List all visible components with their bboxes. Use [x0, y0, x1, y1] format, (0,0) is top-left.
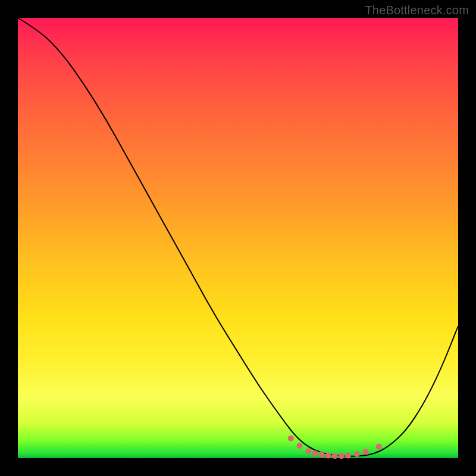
- data-point: [363, 449, 369, 455]
- data-point: [376, 444, 382, 450]
- bottleneck-curve: [18, 18, 458, 456]
- data-point: [339, 453, 345, 459]
- data-point: [297, 443, 303, 449]
- data-point: [325, 453, 331, 459]
- chart-frame: TheBottleneck.com: [0, 0, 476, 476]
- data-point: [332, 453, 338, 459]
- data-point: [312, 450, 318, 456]
- data-point: [305, 448, 311, 454]
- data-point: [354, 451, 360, 457]
- data-point: [319, 452, 325, 458]
- data-point: [345, 453, 351, 459]
- data-point: [288, 436, 294, 441]
- chart-overlay: [18, 18, 458, 458]
- watermark-text: TheBottleneck.com: [365, 4, 469, 17]
